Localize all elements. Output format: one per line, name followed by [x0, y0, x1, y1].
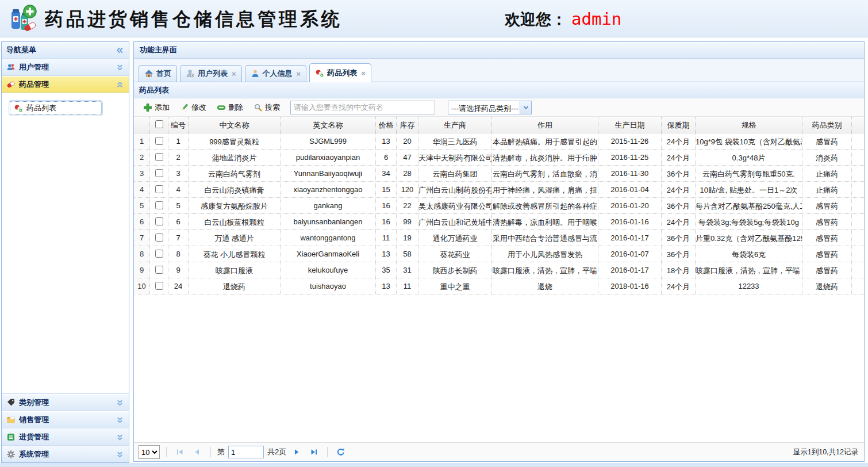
pager-first-button[interactable]: [173, 445, 187, 459]
cell-en-name: pudilanxiaoyanpian: [281, 150, 376, 165]
sidebar-item-label: 药品列表: [26, 103, 56, 113]
cell-spec: 咳露口服液，清热，宣肺，平喘，: [696, 262, 802, 278]
cell-production-date: 2016-11-30: [598, 166, 662, 181]
cell-production-date: 2015-11-26: [598, 133, 662, 149]
cell-effect: 解除或改善感冒所引起的各种症: [492, 198, 598, 213]
chevron-double-down-icon: [116, 416, 124, 424]
tab-drug-list[interactable]: 药品列表 ×: [309, 63, 371, 82]
cell-spec: 每袋装6克: [696, 246, 802, 262]
table-row[interactable]: 22蒲地蓝消炎片pudilanxiaoyanpian647天津中天制药有限公司清…: [134, 150, 864, 166]
pager-last-button[interactable]: [307, 445, 321, 459]
cell-manufacturer: 广州白云山制药股份有限: [418, 182, 492, 197]
tab-close-icon[interactable]: ×: [361, 70, 366, 77]
page-number-input[interactable]: [228, 446, 264, 458]
tab-profile[interactable]: 个人信息 ×: [245, 65, 307, 82]
select-all-checkbox[interactable]: [155, 120, 163, 128]
refresh-icon: [336, 447, 345, 457]
column-header: 价格: [376, 117, 397, 133]
pager-separator: [166, 447, 167, 457]
cell-id: 4: [168, 182, 189, 197]
cell-shelf-life: 24个月: [662, 214, 696, 229]
row-checkbox[interactable]: [155, 250, 163, 258]
cell-manufacturer: 重中之重: [418, 278, 492, 294]
pager-separator: [327, 447, 328, 457]
pager-prev-button[interactable]: [190, 445, 204, 459]
gear-icon: [6, 450, 16, 459]
page-size-select[interactable]: 10: [139, 445, 160, 459]
cell-production-date: 2016-11-25: [598, 150, 662, 165]
delete-button[interactable]: 删除: [212, 100, 248, 115]
row-checkbox[interactable]: [155, 201, 163, 209]
cell-stock: 58: [397, 246, 418, 262]
add-button-label: 添加: [155, 102, 170, 113]
page-label-suffix: 共2页: [267, 447, 286, 457]
cell-effect: 用于神经痛，风湿痛，肩痛，扭: [492, 182, 598, 197]
row-checkbox[interactable]: [155, 282, 163, 290]
cell-effect: 退烧: [492, 278, 598, 294]
cell-stock: 120: [397, 182, 418, 197]
pager-next-button[interactable]: [290, 445, 304, 459]
first-page-icon: [175, 447, 185, 457]
cell-effect: 用于小儿风热感冒发热: [492, 246, 598, 262]
row-filler: [852, 150, 864, 165]
row-number: 8: [134, 246, 150, 262]
row-number: 1: [134, 133, 150, 149]
sidebar-item-drug-list[interactable]: 药品列表: [9, 100, 103, 116]
main-panel-header: 功能主界面: [134, 42, 864, 59]
table-row[interactable]: 11999感冒灵颗粒SJGML9991320华润三九医药本品解热镇痛。用于感冒引…: [134, 133, 864, 150]
tab-label: 药品列表: [327, 68, 357, 78]
tab-close-icon[interactable]: ×: [232, 70, 236, 78]
drug-name-search-input[interactable]: [290, 101, 435, 114]
row-checkbox[interactable]: [155, 266, 163, 274]
sidebar-panel-system[interactable]: 系统管理: [2, 446, 129, 462]
table-row[interactable]: 44白云山消炎镇痛膏xiaoyanzhentonggao15120广州白云山制药…: [134, 182, 864, 198]
row-checkbox[interactable]: [155, 137, 163, 145]
cell-en-name: xiaoyanzhentonggao: [281, 182, 376, 197]
tab-user-list[interactable]: 用户列表 ×: [180, 65, 242, 82]
tag-icon: [6, 398, 16, 407]
collapse-sidebar-icon[interactable]: [116, 46, 124, 55]
table-row[interactable]: 33云南白药气雾剂YunnanBaiiyaoqiwuji3428云南白药集团云南…: [134, 166, 864, 182]
sidebar-panel-label: 销售管理: [19, 415, 49, 425]
table-row[interactable]: 55感康复方氨酚烷胺片gankang1622吴太感康药业有限公司解除或改善感冒所…: [134, 198, 864, 214]
row-checkbox[interactable]: [155, 217, 163, 225]
datagrid-toolbar: 添加 修改 删除: [134, 98, 864, 117]
pager-refresh-button[interactable]: [334, 445, 348, 459]
cell-stock: 20: [397, 133, 418, 149]
table-row[interactable]: 66白云山板蓝根颗粒baiyunsanbanlangen1699广州白云山和记黄…: [134, 214, 864, 230]
row-checkbox[interactable]: [155, 185, 163, 193]
sidebar-panel-purchasing[interactable]: 进货管理: [2, 428, 129, 446]
add-button[interactable]: 添加: [139, 100, 174, 115]
sidebar-panel-sales[interactable]: 销售管理: [2, 411, 129, 428]
tab-close-icon[interactable]: ×: [297, 70, 301, 78]
table-row[interactable]: 88葵花 小儿感冒颗粒XiaoerGanmaoKeli1358葵花药业用于小儿风…: [134, 246, 864, 262]
sidebar-panel-users[interactable]: 用户管理: [2, 59, 129, 76]
table-row[interactable]: 77万通 感通片wantonggantong1119通化万通药业采用中西结合专治…: [134, 230, 864, 246]
table-row[interactable]: 99咳露口服液kelukoufuye3531陕西步长制药咳露口服液，清热，宣肺，…: [134, 262, 864, 278]
search-button[interactable]: 搜索: [249, 100, 285, 115]
sidebar-panel-drugs[interactable]: 药品管理: [2, 76, 129, 93]
drug-category-select[interactable]: ---请选择药品类别---: [448, 101, 532, 114]
row-select-cell: [150, 166, 168, 181]
cell-cn-name: 葵花 小儿感冒颗粒: [189, 246, 281, 262]
drug-list-panel: 药品列表 添加 修改: [134, 82, 864, 461]
delete-icon: [217, 103, 226, 112]
tab-home[interactable]: 首页: [139, 65, 177, 82]
column-header: 作用: [492, 117, 598, 133]
cell-en-name: baiyunsanbanlangen: [281, 214, 376, 229]
combo-arrow-button[interactable]: [520, 101, 531, 114]
row-checkbox[interactable]: [155, 153, 163, 161]
cell-cn-name: 蒲地蓝消炎片: [189, 150, 281, 165]
sidebar-panel-label: 药品管理: [19, 79, 49, 90]
edit-button[interactable]: 修改: [175, 100, 211, 115]
username: admin: [571, 9, 621, 29]
table-row[interactable]: 1024退烧药tuishaoyao1311重中之重退烧2018-01-1624个…: [134, 278, 864, 294]
cell-effect: 咳露口服液，清热，宣肺，平喘: [492, 262, 598, 278]
cell-stock: 11: [397, 278, 418, 294]
cell-price: 35: [376, 262, 397, 278]
cell-stock: 28: [397, 166, 418, 181]
row-checkbox[interactable]: [155, 169, 163, 177]
row-number: 3: [134, 166, 150, 181]
sidebar-panel-categories[interactable]: 类别管理: [2, 394, 129, 411]
row-checkbox[interactable]: [155, 234, 163, 242]
